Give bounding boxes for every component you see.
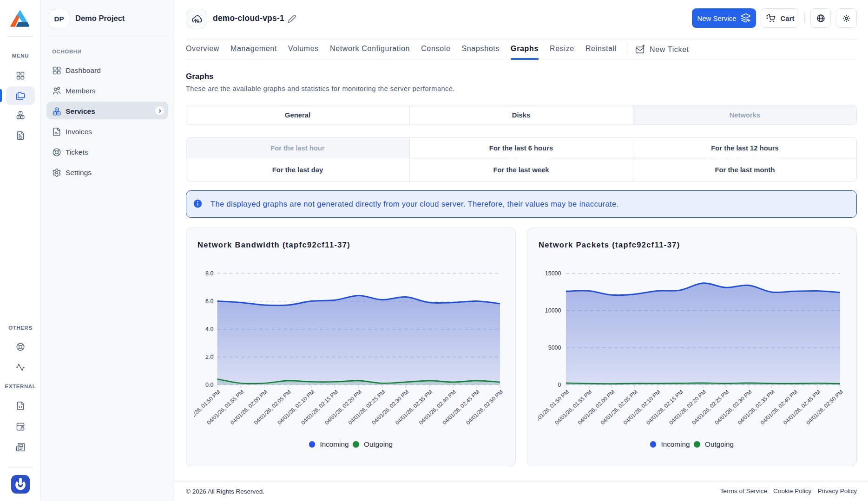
svg-text:5000: 5000 (548, 345, 561, 351)
svg-text:4.0: 4.0 (205, 326, 213, 332)
svg-text:8.0: 8.0 (205, 270, 213, 277)
svg-text:15000: 15000 (545, 270, 561, 277)
svg-text:0: 0 (558, 382, 561, 388)
svg-text:10000: 10000 (545, 307, 561, 314)
svg-text:6.0: 6.0 (205, 298, 213, 305)
svg-text:2.0: 2.0 (205, 354, 213, 360)
svg-text:0.0: 0.0 (205, 382, 213, 388)
